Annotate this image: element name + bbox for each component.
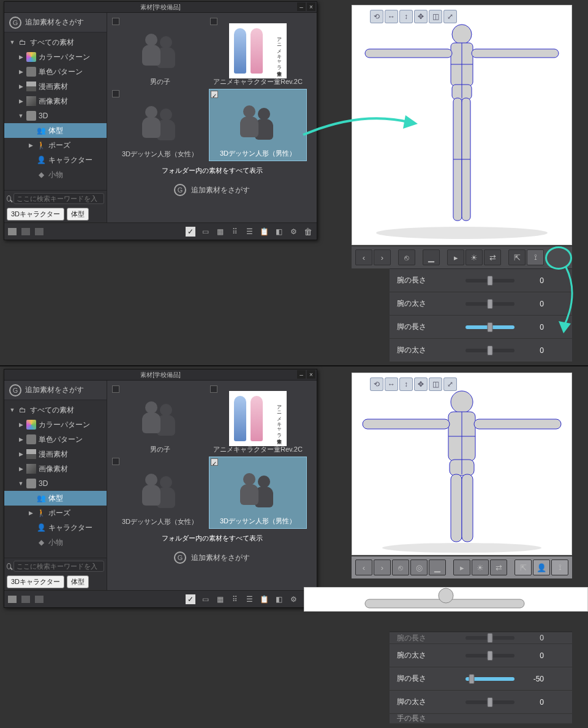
- minimize-button[interactable]: –: [297, 2, 306, 11]
- tree-3d[interactable]: ▼3D: [4, 108, 107, 123]
- view-large-grid-icon[interactable]: ▦: [215, 227, 225, 237]
- trash-icon[interactable]: 🗑: [303, 227, 313, 237]
- tree-3d[interactable]: ▼3D: [4, 476, 107, 491]
- item-checkbox[interactable]: [112, 90, 119, 97]
- material-item-boy[interactable]: 男の子: [111, 384, 209, 457]
- tree-manga-material[interactable]: ▶漫画素材: [4, 79, 107, 94]
- ground-icon[interactable]: ▁: [429, 559, 446, 575]
- view-detail-icon[interactable]: ▭: [200, 594, 210, 604]
- property-icon[interactable]: ◧: [274, 594, 284, 604]
- tree-root[interactable]: ▼🗀すべての素材: [4, 403, 107, 417]
- 3d-viewport-secondary[interactable]: [304, 587, 588, 612]
- close-button[interactable]: ×: [307, 2, 315, 11]
- user-icon[interactable]: 👤: [533, 559, 550, 575]
- next-icon[interactable]: ›: [374, 249, 391, 265]
- body-settings-icon[interactable]: ⟟: [527, 249, 544, 265]
- add-material-button[interactable]: G 追加素材をさがす: [4, 381, 107, 400]
- view-detail-icon[interactable]: ▭: [200, 227, 210, 237]
- tree-image-material[interactable]: ▶画像素材: [4, 461, 107, 476]
- slider-track[interactable]: [466, 654, 514, 658]
- slider-arm-thickness[interactable]: 腕の太さ 0: [390, 292, 572, 316]
- search-input[interactable]: [13, 561, 104, 572]
- 3d-figure-short-legs[interactable]: [352, 380, 572, 555]
- gear-icon[interactable]: ⚙: [288, 227, 298, 237]
- slider-track[interactable]: [466, 677, 514, 681]
- find-more-materials[interactable]: G 追加素材をさがす: [107, 548, 317, 570]
- slider-track[interactable]: [466, 349, 514, 352]
- add-material-button[interactable]: G 追加素材をさがす: [4, 13, 107, 32]
- 3d-viewport[interactable]: ⟲ ↔ ↕ ✥ ◫ ⤢: [352, 373, 572, 555]
- item-checkbox[interactable]: [112, 385, 119, 393]
- gear-icon[interactable]: ⚙: [288, 594, 298, 604]
- play-icon[interactable]: ▸: [453, 559, 470, 575]
- tree-manga-material[interactable]: ▶漫画素材: [4, 447, 107, 461]
- tree-mono-pattern[interactable]: ▶単色パターン: [4, 432, 107, 447]
- slider-leg-length[interactable]: 脚の長さ -50: [390, 667, 572, 691]
- light-icon[interactable]: ☀: [472, 559, 489, 575]
- slider-track[interactable]: [466, 279, 514, 282]
- slider-hand-length[interactable]: 手の長さ: [390, 714, 572, 724]
- tree-body-type[interactable]: 👥体型: [4, 491, 107, 506]
- anchor-icon[interactable]: ⎋: [398, 249, 415, 265]
- folder-icon[interactable]: [8, 596, 17, 603]
- tree-props[interactable]: ◆小物: [4, 535, 107, 550]
- slider-track[interactable]: [466, 325, 514, 329]
- folder-up-icon[interactable]: [35, 228, 43, 235]
- tree-character[interactable]: 👤キャラクター: [4, 520, 107, 535]
- slider-arm-thickness[interactable]: 腕の太さ 0: [390, 644, 572, 667]
- view-small-grid-icon[interactable]: ⠿: [230, 227, 239, 237]
- material-item-male-figure[interactable]: 3Dデッサン人形（男性）: [209, 89, 307, 161]
- item-checkbox[interactable]: [112, 18, 119, 25]
- tree-props[interactable]: ◆小物: [4, 167, 107, 182]
- light-icon[interactable]: ☀: [466, 249, 483, 265]
- tree-character[interactable]: 👤キャラクター: [4, 153, 107, 167]
- tree-root[interactable]: ▼🗀すべての素材: [4, 35, 107, 50]
- tag-3d-character[interactable]: 3Dキャラクター: [7, 208, 64, 221]
- search-input[interactable]: [13, 193, 104, 204]
- slider-track[interactable]: [466, 636, 514, 640]
- swap-icon[interactable]: ⇄: [490, 559, 507, 575]
- view-list-icon[interactable]: ☰: [244, 227, 254, 237]
- find-more-materials[interactable]: G 追加素材をさがす: [107, 180, 317, 202]
- close-button[interactable]: ×: [307, 370, 315, 379]
- body-settings-icon[interactable]: ⟟: [551, 559, 568, 575]
- paste-icon[interactable]: 📋: [259, 594, 269, 604]
- material-item-female-figure[interactable]: 3Dデッサン人形（女性）: [111, 457, 209, 529]
- target-icon[interactable]: ◎: [410, 559, 428, 575]
- export-icon[interactable]: ⇱: [508, 249, 526, 265]
- prev-icon[interactable]: ‹: [355, 559, 372, 575]
- material-item-female-figure[interactable]: 3Dデッサン人形（女性）: [111, 89, 209, 161]
- paste-icon[interactable]: 📋: [259, 227, 269, 237]
- tree-image-material[interactable]: ▶画像素材: [4, 94, 107, 108]
- material-item-male-figure[interactable]: 3Dデッサン人形（男性）: [209, 457, 307, 529]
- tag-body-type[interactable]: 体型: [67, 575, 89, 588]
- tree-color-pattern[interactable]: ▶カラーパターン: [4, 50, 107, 64]
- slider-arm-length[interactable]: 腕の長さ 0: [390, 269, 572, 292]
- item-checkbox[interactable]: [112, 458, 119, 465]
- slider-leg-thickness[interactable]: 脚の太さ 0: [390, 339, 572, 362]
- item-checkbox[interactable]: [211, 458, 218, 466]
- view-list-icon[interactable]: ☰: [244, 594, 254, 604]
- next-icon[interactable]: ›: [374, 559, 391, 575]
- folder-plus-icon[interactable]: [21, 228, 30, 235]
- folder-up-icon[interactable]: [35, 596, 43, 603]
- slider-arm-length[interactable]: 腕の長さ 0: [390, 632, 572, 644]
- folder-plus-icon[interactable]: [21, 596, 30, 603]
- item-checkbox[interactable]: [211, 91, 218, 98]
- folder-icon[interactable]: [8, 228, 17, 235]
- 3d-figure[interactable]: [352, 12, 572, 245]
- tree-pose[interactable]: ▶🚶ポーズ: [4, 506, 107, 520]
- tag-3d-character[interactable]: 3Dキャラクター: [7, 575, 64, 588]
- swap-icon[interactable]: ⇄: [484, 249, 501, 265]
- selection-toggle[interactable]: ✓: [186, 227, 195, 237]
- material-item-anime-child[interactable]: アニメキャラ素体童 アニメキャラクター童Rev.2C: [209, 17, 307, 89]
- anchor-icon[interactable]: ⎋: [392, 559, 409, 575]
- prev-icon[interactable]: ‹: [355, 249, 372, 265]
- view-large-grid-icon[interactable]: ▦: [215, 594, 225, 604]
- ground-icon[interactable]: ▁: [423, 249, 440, 265]
- slider-leg-thickness[interactable]: 脚の太さ 0: [390, 691, 572, 714]
- material-item-anime-child[interactable]: アニメキャラ素体童 アニメキャラクター童Rev.2C: [209, 384, 307, 457]
- play-icon[interactable]: ▸: [447, 249, 464, 265]
- slider-leg-length[interactable]: 脚の長さ 0: [390, 316, 572, 339]
- view-small-grid-icon[interactable]: ⠿: [230, 594, 239, 604]
